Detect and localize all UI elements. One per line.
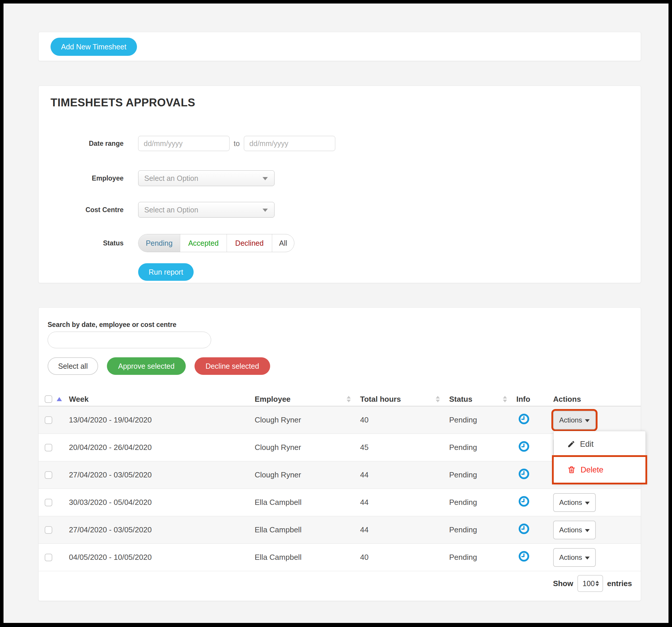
employee-cell: Ella Campbell xyxy=(249,525,354,534)
week-cell: 20/04/2020 - 26/04/2020 xyxy=(63,443,249,452)
status-segmented-control: Pending Accepted Declined All xyxy=(138,234,294,252)
row-checkbox[interactable] xyxy=(45,471,52,479)
chevron-down-icon xyxy=(585,529,590,532)
employee-cell: Ella Campbell xyxy=(249,498,354,507)
row-checkbox[interactable] xyxy=(45,416,52,424)
column-header-total-hours[interactable]: Total hours xyxy=(354,395,443,404)
page-size-select[interactable]: 100 xyxy=(577,575,603,592)
total-hours-cell: 44 xyxy=(354,470,443,480)
status-row: Status Pending Accepted Declined All xyxy=(50,234,294,252)
total-hours-cell: 44 xyxy=(354,498,443,507)
results-card: Search by date, employee or cost centre … xyxy=(38,307,641,601)
chevron-down-icon xyxy=(263,177,268,180)
total-hours-cell: 40 xyxy=(354,553,443,562)
info-cell xyxy=(510,495,547,509)
table-row: 13/04/2020 - 19/04/2020 Clough Ryner 40 … xyxy=(39,407,641,434)
actions-dropdown-button[interactable]: Actions xyxy=(553,548,596,567)
sort-both-icon[interactable] xyxy=(503,396,507,402)
total-hours-cell: 45 xyxy=(354,443,443,452)
sort-both-icon[interactable] xyxy=(347,396,351,402)
info-cell xyxy=(510,523,547,537)
employee-cell: Clough Ryner xyxy=(249,443,354,452)
cost-centre-select[interactable]: Select an Option xyxy=(138,202,274,218)
column-header-status[interactable]: Status xyxy=(443,395,510,404)
status-option-declined[interactable]: Declined xyxy=(226,234,272,252)
entries-label: entries xyxy=(607,579,632,588)
actions-dropdown-button[interactable]: Actions xyxy=(553,493,596,512)
column-header-week[interactable]: Week xyxy=(63,395,249,404)
actions-cell: Actions Edit xyxy=(547,407,641,434)
date-range-separator: to xyxy=(234,139,240,148)
page-size-value: 100 xyxy=(583,579,595,588)
decline-selected-button[interactable]: Decline selected xyxy=(194,357,270,375)
table-row: 27/04/2020 - 03/05/2020 Clough Ryner 44 … xyxy=(39,461,641,489)
run-report-button[interactable]: Run report xyxy=(138,263,194,281)
row-checkbox[interactable] xyxy=(45,499,52,506)
row-checkbox[interactable] xyxy=(45,526,52,534)
page-background: Add New Timesheet TIMESHEETS APPROVALS D… xyxy=(3,3,669,623)
trash-icon xyxy=(567,465,576,474)
bulk-actions-row: Select all Approve selected Decline sele… xyxy=(48,357,270,375)
table-row: 30/03/2020 - 05/04/2020 Ella Campbell 44… xyxy=(39,489,641,516)
info-cell xyxy=(510,468,547,482)
employee-cell: Clough Ryner xyxy=(249,470,354,480)
sort-both-icon[interactable] xyxy=(436,396,440,402)
page-title: TIMESHEETS APPROVALS xyxy=(50,96,195,109)
date-range-row: Date range to xyxy=(50,136,335,151)
table-row: 20/04/2020 - 26/04/2020 Clough Ryner 45 … xyxy=(39,434,641,461)
sort-ascending-icon[interactable] xyxy=(57,397,62,401)
clock-info-icon[interactable] xyxy=(518,495,530,507)
status-cell: Pending xyxy=(443,443,510,452)
total-hours-cell: 44 xyxy=(354,525,443,534)
status-cell: Pending xyxy=(443,553,510,562)
search-label: Search by date, employee or cost centre xyxy=(48,321,176,329)
clock-info-icon[interactable] xyxy=(518,523,530,535)
header-checkbox-cell xyxy=(39,392,63,406)
timesheets-table: Week Employee Total hours Status xyxy=(39,392,641,571)
actions-cell: Actions xyxy=(547,516,641,543)
status-cell: Pending xyxy=(443,525,510,534)
row-checkbox[interactable] xyxy=(45,554,52,561)
clock-info-icon[interactable] xyxy=(518,413,530,425)
status-cell: Pending xyxy=(443,470,510,480)
date-range-label: Date range xyxy=(50,140,123,147)
clock-info-icon[interactable] xyxy=(518,441,530,452)
row-checkbox[interactable] xyxy=(45,444,52,451)
actions-dropdown-button[interactable]: Actions xyxy=(553,521,596,539)
status-option-pending[interactable]: Pending xyxy=(139,234,180,252)
chevron-down-icon xyxy=(585,419,590,422)
employee-cell: Ella Campbell xyxy=(249,553,354,562)
cost-centre-select-value: Select an Option xyxy=(144,206,198,214)
add-new-timesheet-button[interactable]: Add New Timesheet xyxy=(50,38,137,56)
chevron-down-icon xyxy=(585,557,590,559)
week-cell: 13/04/2020 - 19/04/2020 xyxy=(63,416,249,424)
clock-info-icon[interactable] xyxy=(518,551,530,562)
clock-info-icon[interactable] xyxy=(518,468,530,480)
cost-centre-label: Cost Centre xyxy=(50,206,123,214)
actions-dropdown-button[interactable]: Actions xyxy=(553,411,596,429)
pencil-icon xyxy=(567,440,575,448)
info-cell xyxy=(510,551,547,564)
actions-cell: Actions xyxy=(547,489,641,516)
search-input[interactable] xyxy=(48,332,211,348)
pagination-row: Show 100 entries xyxy=(553,575,632,592)
approve-selected-button[interactable]: Approve selected xyxy=(107,357,186,375)
status-option-all[interactable]: All xyxy=(272,234,294,252)
delete-menu-item[interactable]: Delete xyxy=(554,457,645,483)
status-cell: Pending xyxy=(443,498,510,507)
actions-dropdown-menu: Edit xyxy=(553,431,646,483)
edit-menu-item[interactable]: Edit xyxy=(554,431,645,457)
table-row: 27/04/2020 - 03/05/2020 Ella Campbell 44… xyxy=(39,516,641,544)
status-label: Status xyxy=(50,239,123,247)
employee-select[interactable]: Select an Option xyxy=(138,170,274,186)
screenshot-viewport: Add New Timesheet TIMESHEETS APPROVALS D… xyxy=(0,0,672,627)
date-from-input[interactable] xyxy=(138,136,230,151)
select-all-button[interactable]: Select all xyxy=(48,357,98,375)
date-to-input[interactable] xyxy=(244,136,335,151)
select-all-checkbox[interactable] xyxy=(45,395,52,403)
status-option-accepted[interactable]: Accepted xyxy=(180,234,226,252)
table-row: 04/05/2020 - 10/05/2020 Ella Campbell 40… xyxy=(39,544,641,571)
week-cell: 27/04/2020 - 03/05/2020 xyxy=(63,525,249,534)
column-header-employee[interactable]: Employee xyxy=(249,395,354,404)
week-cell: 27/04/2020 - 03/05/2020 xyxy=(63,470,249,480)
